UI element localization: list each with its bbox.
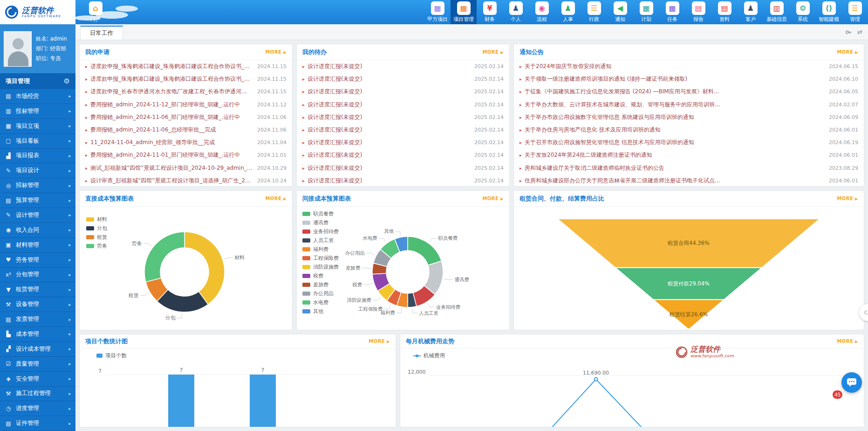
data-point[interactable] [595, 378, 598, 381]
list-item[interactable]: ▸ 设计进度汇报(未提交) 2025.02.14 [297, 162, 509, 174]
more-link[interactable]: MORE ▶ [369, 339, 390, 344]
list-item[interactable]: ▸ 费用报销_admin_2024-11-01_部门经理审批_胡建_.运行中 2… [80, 149, 292, 161]
top-nav-item[interactable]: ⚙ 系统 [790, 0, 816, 24]
toggle-panels-icon[interactable]: ⇄ [857, 28, 862, 35]
list-item[interactable]: ▸ 设计进度汇报(未提交) 2025.02.14 [297, 85, 509, 98]
settings-gear-icon[interactable]: ⚙ [64, 77, 70, 85]
legend-item[interactable]: 人员工资 [302, 236, 339, 245]
legend-item[interactable]: 通讯费 [302, 218, 339, 227]
list-item[interactable]: ▸ 关于2024年国庆节放假安排的通知 2024.06.15 [514, 60, 864, 73]
sidebar-menu-item[interactable]: ▼ 租赁管理 ▸ [0, 282, 75, 297]
more-link[interactable]: MORE ▶ [837, 196, 858, 201]
top-nav-item[interactable]: ◀ 通知 [607, 0, 633, 24]
more-link[interactable]: MORE ▶ [482, 196, 504, 201]
sidebar-menu-item[interactable]: ▤ 发票管理 ▸ [0, 312, 75, 327]
chart-legend[interactable]: 机械费用 [413, 352, 445, 359]
list-item[interactable]: ▸ 11_2024-11-04_admin_经营部_领导审批__完成 2024.… [80, 136, 292, 149]
list-item[interactable]: ▸ 设计进度汇报(未提交) 2025.02.14 [297, 149, 509, 161]
list-item[interactable]: ▸ 进度款申报_珠海鹤港口建设_珠海鹤港口建设工程合作协议书_admin_...… [80, 60, 292, 73]
legend-item[interactable]: 材料 [86, 215, 107, 224]
legend-item[interactable]: 税费 [302, 271, 339, 280]
list-item[interactable]: ▸ 进度款申报_长春市伊通河水力发电厂改建工程_长春市伊通河水力发电... 20… [80, 85, 292, 98]
list-item[interactable]: ▸ 设计进度汇报(未提交) 2025.02.14 [297, 60, 509, 73]
legend-item[interactable]: 劳务 [86, 242, 107, 250]
donut-segment[interactable] [408, 236, 441, 265]
list-item[interactable]: ▸ 设计进度汇报(未提交) 2025.02.14 [297, 73, 509, 85]
legend-item[interactable]: 业务招待费 [302, 227, 339, 236]
list-item[interactable]: ▸ 关于举办大数据、云计算技术在城市建设、规划、管理与服务中的应用培训班... … [514, 98, 864, 111]
legend-item[interactable]: 职员餐费 [302, 209, 339, 218]
top-nav-item[interactable]: ▥ 基础信息 [764, 0, 790, 24]
top-nav-item[interactable]: ¥ 财务 [477, 0, 503, 24]
app-logo[interactable]: 泛普软件 FANPU SOFTWARE [0, 0, 75, 24]
sidebar-menu-item[interactable]: ▥ 投标管理 ▸ [0, 104, 75, 119]
list-item[interactable]: ▸ 房和城乡建设厅关于取消二级建造师临时执业证书的公告 2023.08.29 [514, 162, 864, 174]
key-icon[interactable] [845, 29, 852, 35]
sidebar-menu-item[interactable]: ◎ 招标管理 ▸ [0, 178, 75, 193]
top-nav-item[interactable]: ♟ 个人 [503, 0, 529, 24]
sidebar-menu-item[interactable]: ⚒ 施工过程管理 ▸ [0, 387, 75, 402]
list-item[interactable]: ▸ 费用报销_admin_2024-11-06_总经理审批__完成 2024.1… [80, 124, 292, 136]
top-nav-item[interactable]: ▦ 甲方项目 [424, 0, 451, 24]
sidebar-menu-item[interactable]: ☑ 质量管理 ▸ [0, 357, 75, 372]
top-nav-item[interactable]: ▤ 资料 [711, 0, 738, 24]
list-item[interactable]: ▸ 关于举办市政公用设施数字化管理信息 系统建设与应用培训班的通知 2024.0… [514, 111, 864, 124]
top-nav-item[interactable]: ⟨⟩ 智能建模 [816, 0, 842, 24]
sidebar-menu-item[interactable]: ▦ 项目立项 ▸ [0, 119, 75, 134]
sidebar-menu-item[interactable]: ▢ 项目看板 ▸ [0, 134, 75, 149]
more-link[interactable]: MORE ▶ [265, 49, 287, 55]
list-item[interactable]: ▸ 设计进度汇报(未提交) 2025.02.14 [297, 124, 509, 136]
list-item[interactable]: ▸ 住房和城乡建设部办公厅关于同意吉林省开展二级建造师注册证书电子化试点... … [514, 174, 864, 186]
list-item[interactable]: ▸ 关于发放2024年第24批二级建造师注册证书的通知 2024.06.01 [514, 149, 864, 161]
list-item[interactable]: ▸ 关于举办住房与房地产信息化 技术及应用培训班的通知 2024.06.01 [514, 124, 864, 136]
sidebar-menu-item[interactable]: x² 分包管理 ▸ [0, 268, 75, 283]
sidebar-menu-item[interactable]: ▙ 成本管理 ▸ [0, 327, 75, 342]
sidebar-menu-item[interactable]: ◷ 进度管理 ▸ [0, 401, 75, 416]
list-item[interactable]: ▸ 设计审查_彭祖新城“四馆”景观工程设计项目_请选择_胡广生_2024-10-… [80, 174, 292, 186]
sidebar-menu-item[interactable]: ✎ 设计管理 ▸ [0, 208, 75, 223]
top-nav-item[interactable]: ◉ 流程 [529, 0, 555, 24]
tab-daily-work[interactable]: 日常工作 [80, 26, 123, 40]
list-item[interactable]: ▸ 设计进度汇报(未提交) 2025.02.14 [297, 111, 509, 124]
legend-item[interactable]: 福利费 [302, 245, 339, 254]
sidebar-menu-item[interactable]: ♥ 劳务管理 ▸ [0, 253, 75, 268]
top-nav-item[interactable]: ▦ 任务 [659, 0, 685, 24]
top-nav-item[interactable]: ▦ 计划 [633, 0, 659, 24]
sidebar-menu-item[interactable]: ▣ 材料管理 ▸ [0, 238, 75, 253]
legend-item[interactable]: 租赁 [86, 233, 107, 242]
sidebar-menu-item[interactable]: ▞ 设计成本管理 ▸ [0, 342, 75, 357]
sidebar-menu-item[interactable]: ▤ 市场经营 ▸ [0, 89, 75, 104]
more-link[interactable]: MORE ▶ [837, 339, 858, 344]
legend-item[interactable]: 差旅费 [302, 280, 339, 289]
sidebar-menu-item[interactable]: ▟ 项目报表 ▸ [0, 149, 75, 164]
list-item[interactable]: ▸ 费用报销_admin_2024-11-12_部门经理审批_胡建_.运行中 2… [80, 98, 292, 111]
more-link[interactable]: MORE ▶ [482, 49, 504, 55]
legend-item[interactable]: 消防设施费 [302, 263, 339, 271]
sidebar-menu-item[interactable]: ▤ 预算管理 ▸ [0, 193, 75, 208]
list-item[interactable]: ▸ 关于领取一级注册建造师培训项目的通知 (须持一建证书前来领取) 2024.0… [514, 73, 864, 85]
list-item[interactable]: ▸ 于征集《中国建筑施工行业信息化发展报告 (2024) —BIM应用与发展》材… [514, 85, 864, 98]
top-nav-item[interactable]: ☰ 行政 [581, 0, 607, 24]
top-nav-item[interactable]: ♟ 人事 [555, 0, 581, 24]
top-nav-item[interactable]: ▦ 项目管理 [451, 0, 477, 24]
donut-segment[interactable] [185, 232, 225, 305]
legend-item[interactable]: 分包 [86, 224, 107, 233]
legend-item[interactable]: 工程保险费 [302, 254, 339, 263]
sidebar-menu-item[interactable]: ✎ 项目设计 ▸ [0, 163, 75, 178]
user-avatar[interactable] [4, 31, 32, 67]
bar[interactable] [250, 375, 276, 427]
notification-badge[interactable]: 45 [832, 390, 843, 399]
sidebar-menu-item[interactable]: ⚒ 设备管理 ▸ [0, 297, 75, 312]
sidebar-menu-item[interactable]: ◉ 收入合同 ▸ [0, 223, 75, 238]
top-nav-item[interactable]: ♟ 客户 [738, 0, 764, 24]
list-item[interactable]: ▸ 进度款申报_珠海鹤港口建设_珠海鹤港口建设工程合作协议书_admin_...… [80, 73, 292, 85]
more-link[interactable]: MORE ▶ [265, 196, 287, 201]
list-item[interactable]: ▸ 费用报销_admin_2024-11-06_部门经理审批_胡建_.运行中 2… [80, 111, 292, 124]
top-nav-item[interactable]: ▤ 报告 [685, 0, 711, 24]
sidebar-menu-item[interactable]: ▤ 证件管理 ▸ [0, 416, 75, 431]
chat-float-button[interactable] [841, 372, 862, 393]
legend-item[interactable]: 水电费 [302, 298, 339, 307]
nav-item-portal[interactable]: ⌂ 门户 [83, 1, 108, 23]
sidebar-menu-item[interactable]: ◈ 安全管理 ▸ [0, 372, 75, 387]
bar[interactable] [168, 375, 194, 427]
